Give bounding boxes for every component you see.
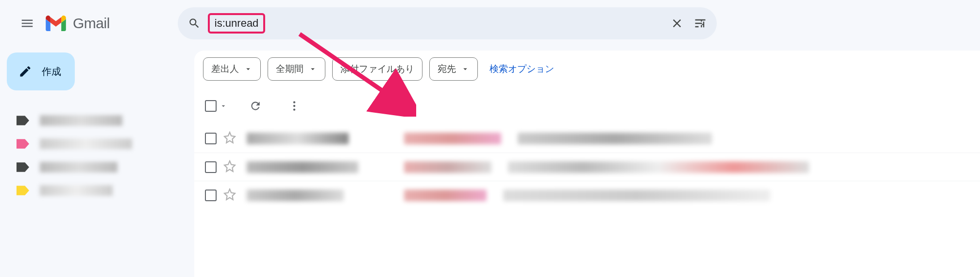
close-icon [670,17,684,30]
mail-sender [247,161,358,173]
search-icon [188,17,201,30]
clear-search-button[interactable] [665,12,689,35]
filter-from-chip[interactable]: 差出人 [203,57,261,81]
mail-snippet [503,190,770,201]
select-all-checkbox[interactable] [205,100,227,112]
mail-subject [404,190,487,201]
mail-snippet [518,133,712,144]
mail-row[interactable] [194,181,980,209]
filter-time-chip[interactable]: 全期間 [268,57,325,81]
label-icon [17,185,29,196]
compose-label: 作成 [42,65,61,78]
gmail-logo-icon [46,16,66,31]
chip-label: 全期間 [276,63,304,75]
mail-subject [404,133,501,144]
main-content: 差出人 全期間 添付ファイルあり 宛先 検索オプション [194,51,980,277]
label-icon [17,138,29,149]
mail-list [194,124,980,209]
main-menu-button[interactable] [16,12,39,35]
sidebar: 作成 [0,52,165,202]
mail-toolbar [194,88,980,121]
row-checkbox[interactable] [205,190,217,201]
sidebar-label-text [40,162,118,173]
refresh-button[interactable] [245,95,266,117]
sidebar-label-text [40,138,132,149]
more-button[interactable] [284,95,305,117]
chip-label: 添付ファイルあり [340,63,414,75]
gmail-logo-text: Gmail [73,15,110,32]
label-icon [17,115,29,126]
sidebar-label-text [40,115,122,126]
chip-label: 差出人 [211,63,239,75]
star-toggle[interactable] [223,188,236,203]
mail-sender [247,133,349,144]
chevron-down-icon [308,65,317,73]
chip-label: 宛先 [438,63,456,75]
filter-attachment-chip[interactable]: 添付ファイルあり [332,57,422,81]
sidebar-label-item[interactable] [0,179,165,202]
sidebar-label-text [40,185,113,196]
compose-icon [18,65,32,78]
search-options-button[interactable] [689,12,712,35]
chevron-down-icon [220,102,227,110]
star-toggle[interactable] [223,131,236,146]
advanced-search-link[interactable]: 検索オプション [490,63,554,75]
chevron-down-icon [461,65,470,73]
mail-row[interactable] [194,124,980,153]
tune-icon [693,17,707,30]
gmail-logo[interactable]: Gmail [46,15,110,32]
chevron-down-icon [244,65,253,73]
svg-point-1 [293,105,295,107]
row-checkbox[interactable] [205,133,217,144]
mail-snippet [508,161,809,173]
sidebar-label-item[interactable] [0,132,165,156]
sidebar-label-list [0,109,165,202]
sidebar-label-item[interactable] [0,109,165,132]
search-input[interactable]: is:unread [208,13,266,34]
mail-row[interactable] [194,153,980,181]
menu-icon [20,16,34,31]
search-button[interactable] [183,12,206,35]
star-toggle[interactable] [223,160,236,174]
mail-sender [247,190,344,201]
search-bar: is:unread [178,7,717,39]
mail-subject [404,161,491,173]
label-icon [17,162,29,173]
more-vert-icon [288,100,301,112]
svg-point-0 [293,101,295,103]
checkbox-icon [205,100,217,112]
svg-point-2 [293,108,295,110]
row-checkbox[interactable] [205,161,217,173]
refresh-icon [249,100,262,112]
filter-to-chip[interactable]: 宛先 [429,57,478,81]
filter-chips-row: 差出人 全期間 添付ファイルあり 宛先 検索オプション [194,51,980,86]
sidebar-label-item[interactable] [0,156,165,179]
compose-button[interactable]: 作成 [7,52,75,90]
header: Gmail is:unread [0,0,980,47]
